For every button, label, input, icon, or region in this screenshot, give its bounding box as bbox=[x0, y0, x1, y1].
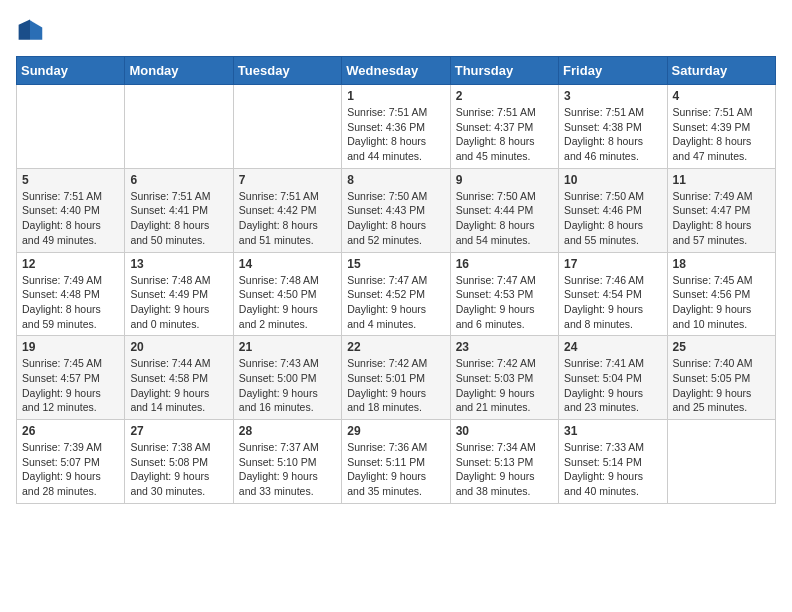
day-number: 9 bbox=[456, 173, 553, 187]
calendar-day-cell: 25Sunrise: 7:40 AM Sunset: 5:05 PM Dayli… bbox=[667, 336, 775, 420]
day-number: 13 bbox=[130, 257, 227, 271]
day-info: Sunrise: 7:47 AM Sunset: 4:52 PM Dayligh… bbox=[347, 273, 444, 332]
logo bbox=[16, 16, 48, 44]
weekday-header-monday: Monday bbox=[125, 57, 233, 85]
empty-cell bbox=[17, 85, 125, 169]
calendar-week-row: 26Sunrise: 7:39 AM Sunset: 5:07 PM Dayli… bbox=[17, 420, 776, 504]
weekday-header-sunday: Sunday bbox=[17, 57, 125, 85]
calendar-day-cell: 5Sunrise: 7:51 AM Sunset: 4:40 PM Daylig… bbox=[17, 168, 125, 252]
day-info: Sunrise: 7:51 AM Sunset: 4:37 PM Dayligh… bbox=[456, 105, 553, 164]
calendar-day-cell: 8Sunrise: 7:50 AM Sunset: 4:43 PM Daylig… bbox=[342, 168, 450, 252]
day-info: Sunrise: 7:50 AM Sunset: 4:44 PM Dayligh… bbox=[456, 189, 553, 248]
day-info: Sunrise: 7:50 AM Sunset: 4:46 PM Dayligh… bbox=[564, 189, 661, 248]
day-number: 23 bbox=[456, 340, 553, 354]
day-number: 19 bbox=[22, 340, 119, 354]
day-number: 30 bbox=[456, 424, 553, 438]
day-info: Sunrise: 7:51 AM Sunset: 4:40 PM Dayligh… bbox=[22, 189, 119, 248]
calendar-week-row: 19Sunrise: 7:45 AM Sunset: 4:57 PM Dayli… bbox=[17, 336, 776, 420]
day-number: 24 bbox=[564, 340, 661, 354]
calendar-day-cell: 16Sunrise: 7:47 AM Sunset: 4:53 PM Dayli… bbox=[450, 252, 558, 336]
calendar-day-cell: 17Sunrise: 7:46 AM Sunset: 4:54 PM Dayli… bbox=[559, 252, 667, 336]
day-info: Sunrise: 7:37 AM Sunset: 5:10 PM Dayligh… bbox=[239, 440, 336, 499]
day-number: 7 bbox=[239, 173, 336, 187]
calendar-day-cell: 3Sunrise: 7:51 AM Sunset: 4:38 PM Daylig… bbox=[559, 85, 667, 169]
empty-cell bbox=[233, 85, 341, 169]
day-info: Sunrise: 7:51 AM Sunset: 4:38 PM Dayligh… bbox=[564, 105, 661, 164]
calendar-day-cell: 24Sunrise: 7:41 AM Sunset: 5:04 PM Dayli… bbox=[559, 336, 667, 420]
weekday-header-wednesday: Wednesday bbox=[342, 57, 450, 85]
calendar-day-cell: 22Sunrise: 7:42 AM Sunset: 5:01 PM Dayli… bbox=[342, 336, 450, 420]
day-info: Sunrise: 7:42 AM Sunset: 5:03 PM Dayligh… bbox=[456, 356, 553, 415]
day-info: Sunrise: 7:51 AM Sunset: 4:39 PM Dayligh… bbox=[673, 105, 770, 164]
empty-cell bbox=[125, 85, 233, 169]
day-number: 6 bbox=[130, 173, 227, 187]
calendar-day-cell: 20Sunrise: 7:44 AM Sunset: 4:58 PM Dayli… bbox=[125, 336, 233, 420]
calendar-day-cell: 12Sunrise: 7:49 AM Sunset: 4:48 PM Dayli… bbox=[17, 252, 125, 336]
calendar-day-cell: 11Sunrise: 7:49 AM Sunset: 4:47 PM Dayli… bbox=[667, 168, 775, 252]
day-info: Sunrise: 7:38 AM Sunset: 5:08 PM Dayligh… bbox=[130, 440, 227, 499]
calendar-table: SundayMondayTuesdayWednesdayThursdayFrid… bbox=[16, 56, 776, 504]
calendar-day-cell: 31Sunrise: 7:33 AM Sunset: 5:14 PM Dayli… bbox=[559, 420, 667, 504]
weekday-header-tuesday: Tuesday bbox=[233, 57, 341, 85]
calendar-day-cell: 6Sunrise: 7:51 AM Sunset: 4:41 PM Daylig… bbox=[125, 168, 233, 252]
weekday-header-friday: Friday bbox=[559, 57, 667, 85]
page-header bbox=[16, 16, 776, 44]
day-info: Sunrise: 7:36 AM Sunset: 5:11 PM Dayligh… bbox=[347, 440, 444, 499]
calendar-day-cell: 28Sunrise: 7:37 AM Sunset: 5:10 PM Dayli… bbox=[233, 420, 341, 504]
day-number: 4 bbox=[673, 89, 770, 103]
day-number: 26 bbox=[22, 424, 119, 438]
calendar-day-cell: 2Sunrise: 7:51 AM Sunset: 4:37 PM Daylig… bbox=[450, 85, 558, 169]
day-info: Sunrise: 7:40 AM Sunset: 5:05 PM Dayligh… bbox=[673, 356, 770, 415]
day-info: Sunrise: 7:42 AM Sunset: 5:01 PM Dayligh… bbox=[347, 356, 444, 415]
day-number: 18 bbox=[673, 257, 770, 271]
calendar-day-cell: 19Sunrise: 7:45 AM Sunset: 4:57 PM Dayli… bbox=[17, 336, 125, 420]
day-number: 11 bbox=[673, 173, 770, 187]
calendar-day-cell: 21Sunrise: 7:43 AM Sunset: 5:00 PM Dayli… bbox=[233, 336, 341, 420]
day-number: 2 bbox=[456, 89, 553, 103]
day-info: Sunrise: 7:48 AM Sunset: 4:49 PM Dayligh… bbox=[130, 273, 227, 332]
day-info: Sunrise: 7:43 AM Sunset: 5:00 PM Dayligh… bbox=[239, 356, 336, 415]
day-info: Sunrise: 7:47 AM Sunset: 4:53 PM Dayligh… bbox=[456, 273, 553, 332]
day-info: Sunrise: 7:51 AM Sunset: 4:36 PM Dayligh… bbox=[347, 105, 444, 164]
day-info: Sunrise: 7:34 AM Sunset: 5:13 PM Dayligh… bbox=[456, 440, 553, 499]
weekday-header-thursday: Thursday bbox=[450, 57, 558, 85]
calendar-day-cell: 4Sunrise: 7:51 AM Sunset: 4:39 PM Daylig… bbox=[667, 85, 775, 169]
day-info: Sunrise: 7:49 AM Sunset: 4:48 PM Dayligh… bbox=[22, 273, 119, 332]
calendar-day-cell: 13Sunrise: 7:48 AM Sunset: 4:49 PM Dayli… bbox=[125, 252, 233, 336]
day-number: 17 bbox=[564, 257, 661, 271]
generalblue-logo-icon bbox=[16, 16, 44, 44]
calendar-day-cell: 14Sunrise: 7:48 AM Sunset: 4:50 PM Dayli… bbox=[233, 252, 341, 336]
calendar-header-row: SundayMondayTuesdayWednesdayThursdayFrid… bbox=[17, 57, 776, 85]
day-info: Sunrise: 7:39 AM Sunset: 5:07 PM Dayligh… bbox=[22, 440, 119, 499]
calendar-day-cell: 29Sunrise: 7:36 AM Sunset: 5:11 PM Dayli… bbox=[342, 420, 450, 504]
svg-marker-5 bbox=[19, 20, 30, 40]
day-info: Sunrise: 7:46 AM Sunset: 4:54 PM Dayligh… bbox=[564, 273, 661, 332]
calendar-day-cell: 30Sunrise: 7:34 AM Sunset: 5:13 PM Dayli… bbox=[450, 420, 558, 504]
day-info: Sunrise: 7:33 AM Sunset: 5:14 PM Dayligh… bbox=[564, 440, 661, 499]
calendar-week-row: 1Sunrise: 7:51 AM Sunset: 4:36 PM Daylig… bbox=[17, 85, 776, 169]
day-number: 22 bbox=[347, 340, 444, 354]
day-info: Sunrise: 7:49 AM Sunset: 4:47 PM Dayligh… bbox=[673, 189, 770, 248]
day-info: Sunrise: 7:48 AM Sunset: 4:50 PM Dayligh… bbox=[239, 273, 336, 332]
day-number: 8 bbox=[347, 173, 444, 187]
calendar-day-cell: 9Sunrise: 7:50 AM Sunset: 4:44 PM Daylig… bbox=[450, 168, 558, 252]
day-info: Sunrise: 7:51 AM Sunset: 4:41 PM Dayligh… bbox=[130, 189, 227, 248]
day-number: 14 bbox=[239, 257, 336, 271]
calendar-day-cell: 7Sunrise: 7:51 AM Sunset: 4:42 PM Daylig… bbox=[233, 168, 341, 252]
day-number: 20 bbox=[130, 340, 227, 354]
calendar-week-row: 5Sunrise: 7:51 AM Sunset: 4:40 PM Daylig… bbox=[17, 168, 776, 252]
day-number: 25 bbox=[673, 340, 770, 354]
svg-marker-4 bbox=[30, 20, 42, 39]
calendar-day-cell: 27Sunrise: 7:38 AM Sunset: 5:08 PM Dayli… bbox=[125, 420, 233, 504]
day-number: 27 bbox=[130, 424, 227, 438]
day-number: 5 bbox=[22, 173, 119, 187]
day-info: Sunrise: 7:44 AM Sunset: 4:58 PM Dayligh… bbox=[130, 356, 227, 415]
day-number: 21 bbox=[239, 340, 336, 354]
day-number: 15 bbox=[347, 257, 444, 271]
calendar-day-cell: 1Sunrise: 7:51 AM Sunset: 4:36 PM Daylig… bbox=[342, 85, 450, 169]
day-info: Sunrise: 7:51 AM Sunset: 4:42 PM Dayligh… bbox=[239, 189, 336, 248]
day-number: 12 bbox=[22, 257, 119, 271]
day-info: Sunrise: 7:50 AM Sunset: 4:43 PM Dayligh… bbox=[347, 189, 444, 248]
day-number: 3 bbox=[564, 89, 661, 103]
day-info: Sunrise: 7:41 AM Sunset: 5:04 PM Dayligh… bbox=[564, 356, 661, 415]
